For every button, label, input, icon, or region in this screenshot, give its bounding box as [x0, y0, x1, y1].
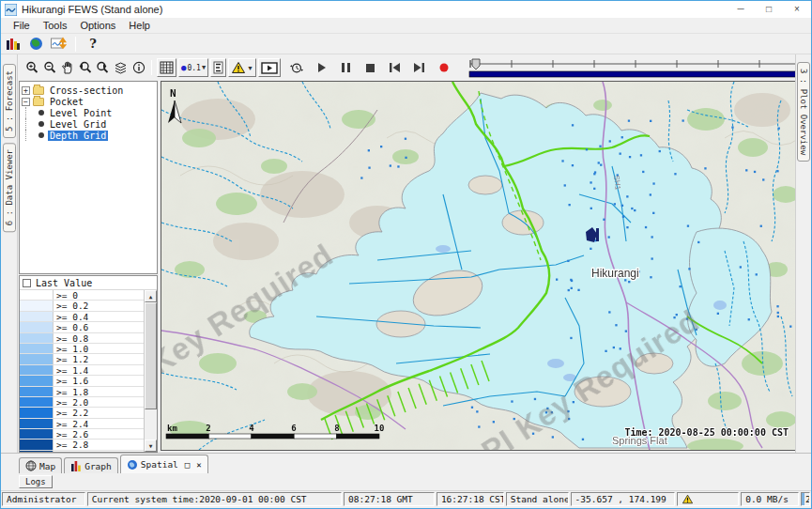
last-value-checkbox[interactable]: [23, 279, 31, 287]
zoom-next-button[interactable]: [95, 59, 111, 76]
globe-wire-icon: [25, 460, 37, 471]
tree-item-label: Level Grid: [48, 119, 108, 130]
legend-row[interactable]: >= 2.0: [20, 397, 144, 408]
record-button[interactable]: [436, 59, 452, 76]
legend-scrollbar[interactable]: ▲ ▼: [145, 290, 157, 452]
status-warning-cell[interactable]: [677, 492, 739, 506]
pan-hand-button[interactable]: [59, 59, 75, 76]
legend-row[interactable]: >= 1.6: [20, 376, 144, 386]
legend-row[interactable]: >= 0.4: [20, 312, 144, 322]
zoom-out-button[interactable]: [41, 59, 57, 76]
thresholds-warning-dropdown[interactable]: ▼: [228, 58, 256, 77]
skip-to-start-button[interactable]: [387, 59, 403, 76]
scroll-down-icon[interactable]: ▼: [145, 440, 157, 452]
menu-tools[interactable]: Tools: [37, 19, 74, 32]
tab-data-viewer[interactable]: 6 : Data Viewer: [3, 143, 16, 232]
legend-row[interactable]: >= 2.2: [20, 408, 144, 418]
scrollbar-thumb[interactable]: [145, 302, 157, 409]
close-button[interactable]: ×: [783, 1, 811, 18]
menu-options[interactable]: Options: [73, 19, 122, 32]
stop-button[interactable]: [362, 59, 378, 76]
legend-row-label: >= 0.2: [54, 301, 91, 310]
legend-list: >= 0>= 0.2>= 0.4>= 0.6>= 0.8>= 1.0>= 1.2…: [20, 290, 145, 452]
maximize-button[interactable]: □: [755, 1, 783, 18]
tree-item-level-grid[interactable]: Level Grid: [22, 118, 155, 130]
map-time-label: Time: 2020-08-25 00:00:00 CST: [624, 427, 789, 438]
node-bullet-icon: [38, 132, 44, 138]
legend-header: Last Value: [20, 276, 157, 290]
tab-forecast[interactable]: 5 : Forecast: [3, 64, 16, 138]
tab-graph-label: Graph: [84, 461, 112, 471]
legend-row[interactable]: >= 3.0: [20, 451, 144, 452]
timeline-slider[interactable]: [467, 57, 803, 79]
zoom-in-button[interactable]: [23, 59, 39, 76]
tab-spatial-label: Spatial: [141, 459, 178, 470]
legend-row-label: >= 1.6: [54, 376, 91, 385]
svg-text:2: 2: [206, 424, 210, 433]
animation-clock-button[interactable]: [288, 59, 304, 76]
timeseries-icon[interactable]: [50, 37, 67, 52]
tree-guide-line: [25, 118, 37, 130]
svg-text:km: km: [167, 424, 177, 433]
play-button[interactable]: [314, 59, 329, 76]
legend-row[interactable]: >= 2.4: [20, 419, 144, 429]
marker-size-dropdown[interactable]: ● 0.1 ▼: [178, 58, 208, 77]
expand-icon[interactable]: +: [22, 86, 30, 95]
zoom-previous-button[interactable]: [77, 59, 93, 76]
minimize-button[interactable]: ─: [727, 1, 755, 18]
legend-color-swatch: [20, 333, 54, 343]
legend-row[interactable]: >= 2.8: [20, 440, 144, 450]
tree-item-label: Cross-section: [48, 85, 125, 96]
chevron-down-icon: ▼: [202, 64, 206, 71]
legend-row[interactable]: >= 1.0: [20, 344, 144, 354]
tree-item-level-point[interactable]: Level Point: [22, 107, 155, 118]
legend-row-label: >= 1.8: [54, 387, 91, 396]
toolbar-separator: [151, 60, 152, 75]
tab-maximize-icon[interactable]: □: [185, 460, 190, 470]
help-button[interactable]: ?: [84, 37, 101, 52]
legend-row[interactable]: >= 0.8: [20, 333, 144, 344]
tree-item-pocket[interactable]: − Pocket: [22, 96, 155, 107]
pause-button[interactable]: [338, 59, 354, 76]
legend-row[interactable]: >= 2.6: [20, 429, 144, 440]
timeline-handle[interactable]: [472, 59, 480, 69]
legend-row-label: >= 2.6: [54, 429, 91, 439]
tree-item-cross-section[interactable]: + Cross-section: [22, 85, 155, 96]
legend-row[interactable]: >= 0.2: [20, 301, 144, 311]
menu-file[interactable]: File: [7, 19, 37, 32]
layers-button[interactable]: [113, 59, 129, 76]
chevron-down-icon: ▼: [247, 65, 253, 71]
legend-row[interactable]: >= 1.2: [20, 354, 144, 364]
info-button[interactable]: [130, 59, 146, 76]
skip-to-end-button[interactable]: [411, 59, 427, 76]
tab-graph[interactable]: Graph: [64, 457, 118, 473]
scroll-up-icon[interactable]: ▲: [145, 290, 157, 302]
map-canvas[interactable]: API Key Required API Key Required Hikura…: [161, 82, 798, 450]
collapse-icon[interactable]: −: [22, 98, 30, 106]
legend-row-label: >= 1.2: [54, 354, 91, 363]
database-icon[interactable]: [5, 37, 22, 52]
legend-row[interactable]: >= 1.8: [20, 387, 144, 397]
tab-map-label: Map: [39, 461, 55, 471]
grid-display-button[interactable]: [157, 58, 176, 77]
tab-close-icon[interactable]: ✕: [196, 460, 201, 470]
legend-row[interactable]: >= 0.6: [20, 322, 144, 332]
tree-item-label-selected: Depth Grid: [48, 131, 108, 141]
legend-color-swatch: [20, 429, 54, 439]
tab-spatial[interactable]: Spatial □ ✕: [120, 455, 208, 473]
labels-toggle-button[interactable]: [210, 58, 226, 77]
menu-help[interactable]: Help: [122, 19, 157, 32]
tree-item-depth-grid[interactable]: Depth Grid: [22, 130, 155, 141]
app-icon: [5, 4, 17, 16]
legend-row[interactable]: >= 0: [20, 290, 144, 301]
tab-map[interactable]: Map: [19, 457, 62, 473]
legend-color-swatch: [20, 344, 54, 353]
animation-movie-button[interactable]: [258, 58, 281, 77]
scrollbar-track[interactable]: [145, 302, 157, 440]
tab-plot-overview[interactable]: 3 : Plot Overview: [797, 62, 810, 162]
map-display-icon[interactable]: [27, 37, 44, 52]
legend-color-swatch: [20, 440, 54, 449]
logs-button[interactable]: Logs: [19, 475, 53, 488]
legend-row[interactable]: >= 1.4: [20, 365, 144, 376]
legend-row-label: >= 0: [54, 290, 81, 300]
